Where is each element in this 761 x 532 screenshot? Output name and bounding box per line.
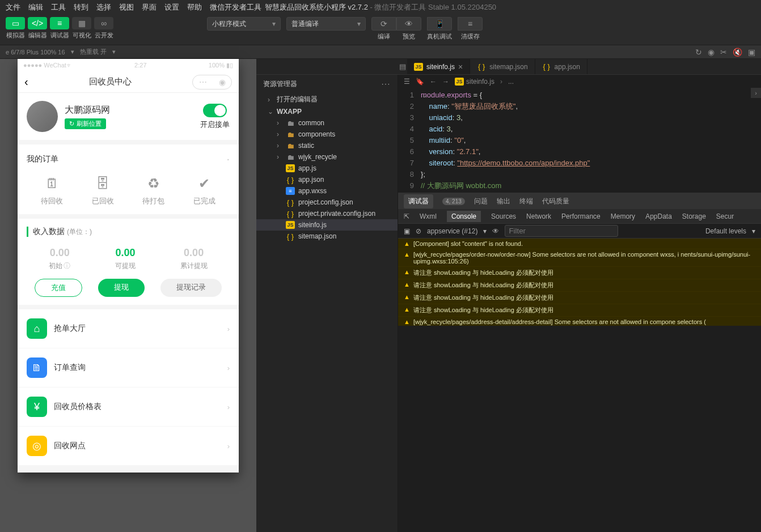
editor-toggle[interactable]: </>编辑器 [28, 17, 47, 40]
dbg-tab-debugger[interactable]: 调试器 [404, 194, 433, 208]
order-tab-pack[interactable]: ♻待打包 [142, 176, 164, 206]
help-icon[interactable]: ⓘ [64, 261, 70, 271]
menu-select[interactable]: 选择 [96, 2, 111, 12]
eye-icon[interactable]: 👁 [492, 227, 499, 235]
tree-folder-static[interactable]: ›🖿static [256, 140, 398, 151]
devtab-sources[interactable]: Sources [491, 212, 516, 220]
tree-folder-components[interactable]: ›🖿components [256, 129, 398, 140]
orders-more[interactable]: · [226, 152, 230, 165]
levels-select[interactable]: Default levels [705, 227, 746, 235]
devtab-network[interactable]: Network [526, 212, 551, 220]
menu-sites[interactable]: ◎回收网点› [18, 427, 239, 466]
capsule-menu-icon[interactable]: ⋯ [199, 78, 207, 87]
code-editor[interactable]: ⌄ 1module.exports = { 2 name: "智慧废品回收系统"… [398, 88, 761, 193]
close-icon[interactable]: × [458, 62, 463, 71]
nav-back-icon[interactable]: ← [430, 78, 437, 86]
menu-help[interactable]: 帮助 [187, 2, 202, 12]
tree-root[interactable]: ⌄WXAPP [256, 106, 398, 117]
console-sidebar-icon[interactable]: ▣ [404, 227, 410, 235]
devtab-memory[interactable]: Memory [611, 212, 635, 220]
order-tab-done[interactable]: ✔已完成 [193, 176, 215, 206]
tree-file-projpriv[interactable]: { }project.private.config.json [256, 208, 398, 219]
devtab-appdata[interactable]: AppData [645, 212, 672, 220]
menu-grab-orders[interactable]: ⌂抢单大厅› [18, 309, 239, 348]
clear-console-icon[interactable]: ⊘ [416, 227, 421, 235]
back-button[interactable]: ‹ [24, 75, 28, 88]
tree-folder-common[interactable]: ›🖿common [256, 117, 398, 129]
mode-select[interactable]: 小程序模式▾ [207, 17, 281, 31]
check-icon: ✔ [198, 176, 210, 191]
inspect-icon[interactable]: ⇱ [404, 212, 409, 220]
tree-file-projconf[interactable]: { }project.config.json [256, 197, 398, 208]
compile-button[interactable]: ⟳ [371, 17, 396, 31]
recharge-button[interactable]: 充值 [35, 279, 82, 297]
tab-appjson[interactable]: { }app.json [535, 59, 587, 74]
tree-open-editors[interactable]: ›打开的编辑器 [256, 93, 398, 106]
cloud-toggle[interactable]: ∞云开发 [94, 17, 113, 40]
dbg-tab-issues[interactable]: 问题 [474, 197, 488, 206]
menu-price-list[interactable]: ¥回收员价格表› [18, 388, 239, 427]
menu-wx[interactable]: 微信开发者工具 [210, 2, 261, 12]
dbg-tab-terminal[interactable]: 终端 [519, 197, 533, 206]
tree-folder-wjyk[interactable]: ›🖿wjyk_recycle [256, 151, 398, 163]
devtab-wxml[interactable]: Wxml [420, 212, 437, 220]
menu-goto[interactable]: 转到 [74, 2, 88, 12]
menu-ui[interactable]: 界面 [142, 2, 157, 12]
dbg-tab-quality[interactable]: 代码质量 [542, 197, 569, 206]
device-select[interactable]: e 6/7/8 Plus 100% 16 [6, 49, 65, 56]
editor-menu-icon[interactable]: ▤ [398, 59, 407, 74]
menu-tools[interactable]: 工具 [51, 2, 66, 12]
tree-file-appwxss[interactable]: ≡app.wxss [256, 185, 398, 197]
devtab-performance[interactable]: Performance [561, 212, 601, 220]
simulator-toggle[interactable]: ▭模拟器 [6, 17, 25, 40]
context-select[interactable]: appservice (#12) [427, 227, 477, 235]
menu-order-search[interactable]: 🗎订单查询› [18, 348, 239, 388]
dbg-tab-output[interactable]: 输出 [497, 197, 510, 206]
capsule-close-icon[interactable]: ◉ [219, 78, 226, 87]
mute-icon[interactable]: 🔇 [733, 48, 742, 57]
avatar[interactable] [27, 101, 58, 132]
menu-file[interactable]: 文件 [6, 2, 20, 12]
tree-file-appjs[interactable]: JSapp.js [256, 163, 398, 174]
right-panel-toggle[interactable]: › [751, 88, 761, 98]
tree-file-siteinfo[interactable]: JSsiteinfo.js [256, 219, 398, 231]
accept-orders-toggle[interactable] [203, 104, 227, 117]
visual-toggle[interactable]: ▦可视化 [72, 17, 91, 40]
refresh-location-button[interactable]: ↻刷新位置 [65, 118, 106, 129]
filter-input[interactable] [505, 225, 618, 237]
real-debug-button[interactable]: 📱 [427, 17, 452, 31]
nav-fwd-icon[interactable]: → [442, 78, 449, 86]
income-withdrawable: 0.00可提现 [115, 247, 136, 271]
withdraw-history-button[interactable]: 提现记录 [160, 279, 222, 297]
home-icon: ⌂ [27, 318, 47, 339]
explorer-more-icon[interactable]: ··· [382, 80, 391, 88]
console-output[interactable]: ▲[Component] slot "content" is not found… [398, 239, 761, 326]
withdraw-button[interactable]: 提现 [98, 279, 145, 297]
breadcrumb-toggle-icon[interactable]: ☰ [404, 78, 410, 86]
record-icon[interactable]: ◉ [708, 48, 715, 57]
dock-icon[interactable]: ▣ [748, 48, 755, 57]
menu-view[interactable]: 视图 [119, 2, 134, 12]
income-unit: (单位：) [67, 227, 92, 237]
order-tab-pending[interactable]: 🗓待回收 [41, 176, 63, 206]
devtab-console[interactable]: Console [447, 211, 481, 222]
fold-icon[interactable]: ⌄ [422, 90, 427, 101]
tree-file-sitemap[interactable]: { }sitemap.json [256, 231, 398, 242]
rotate-icon[interactable]: ↻ [695, 48, 702, 57]
order-tab-collected[interactable]: 🗄已回收 [92, 176, 114, 206]
devtab-security[interactable]: Secur [716, 212, 734, 220]
menu-settings[interactable]: 设置 [164, 2, 179, 12]
bookmark-icon[interactable]: 🔖 [416, 78, 424, 86]
devtab-storage[interactable]: Storage [682, 212, 706, 220]
debugger-toggle[interactable]: ≡调试器 [50, 17, 69, 40]
menu-edit[interactable]: 编辑 [28, 2, 43, 12]
cut-icon[interactable]: ✂ [720, 48, 727, 57]
compile-mode-select[interactable]: 普通编译▾ [286, 17, 366, 31]
preview-button[interactable]: 👁 [396, 17, 421, 31]
tab-siteinfo[interactable]: JSsiteinfo.js× [407, 59, 470, 74]
tab-sitemap[interactable]: { }sitemap.json [470, 59, 535, 74]
hotreload-select[interactable]: 热重载 开 [80, 48, 107, 56]
tree-file-appjson[interactable]: { }app.json [256, 174, 398, 185]
clear-cache-button[interactable]: ≡ [458, 17, 483, 31]
toolbar: ▭模拟器 </>编辑器 ≡调试器 ▦可视化 ∞云开发 小程序模式▾ 普通编译▾ … [0, 14, 761, 45]
